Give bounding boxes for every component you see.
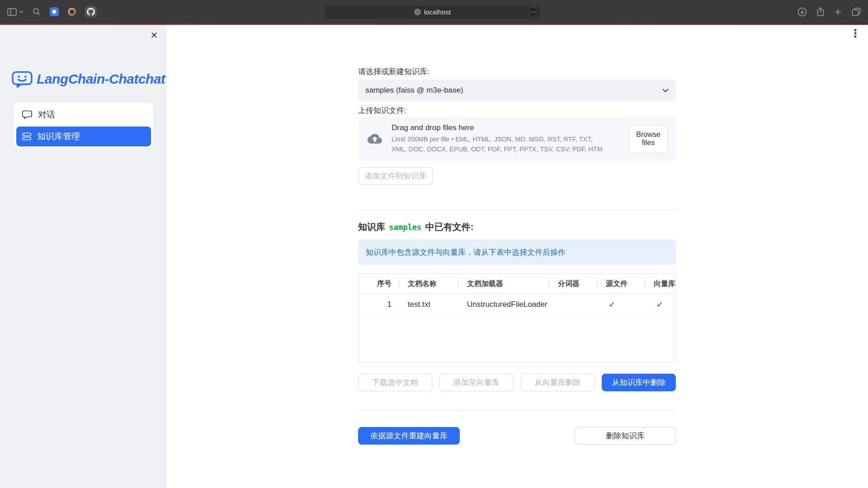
github-extension-icon[interactable]: [85, 6, 97, 18]
share-icon[interactable]: [817, 7, 824, 16]
downloads-icon[interactable]: [797, 7, 807, 17]
file-action-buttons: 下载选中文档 添加至向量库 从向量库删除 从知识库中删除: [358, 374, 676, 391]
sidebar-item-label: 对话: [38, 109, 55, 121]
table-header-row: 序号 文档名称 文档加载器 分词器 源文件 向量库: [359, 274, 675, 294]
table-row[interactable]: 1 test.txt UnstructuredFileLoader ✓ ✓: [359, 294, 675, 315]
divider: [358, 210, 676, 210]
delete-kb-button[interactable]: 删除知识库: [575, 427, 676, 445]
col-header-vector[interactable]: 向量库: [645, 274, 675, 294]
extension-icon-blue[interactable]: [50, 7, 59, 16]
github-icon: [87, 8, 95, 16]
chat-logo-icon: [12, 70, 33, 88]
remove-from-vector-button[interactable]: 从向量库删除: [521, 374, 595, 391]
rebuild-vector-store-button[interactable]: 依据源文件重建向量库: [358, 427, 460, 445]
dropzone-text: Drag and drop files here Limit 200MB per…: [392, 123, 603, 154]
sidebar-item-label: 知识库管理: [37, 131, 80, 142]
sidebar-close-icon[interactable]: ✕: [148, 29, 160, 41]
info-text: 知识库中包含源文件与向量库，请从下表中选择文件后操作: [366, 247, 566, 258]
cell-filename[interactable]: test.txt: [399, 294, 458, 315]
app-menu-icon[interactable]: ⋮: [850, 28, 861, 39]
dropzone-instruction: Drag and drop files here: [392, 123, 603, 132]
col-header-filename[interactable]: 文档名称: [399, 274, 458, 294]
cell-loader[interactable]: UnstructuredFileLoader: [458, 294, 549, 315]
cell-source-check[interactable]: ✓: [597, 294, 645, 315]
tab-overview-icon[interactable]: [852, 8, 861, 16]
kb-selectbox-value: samples (faiss @ m3e-base): [365, 86, 463, 95]
sidebar: ✕ LangChain-Chatchat 对话: [0, 25, 167, 488]
browse-files-button[interactable]: Browse files: [629, 125, 668, 153]
sidebar-item-knowledge-base[interactable]: 知识库管理: [16, 127, 151, 146]
cell-index[interactable]: 1: [359, 294, 399, 315]
database-icon: [22, 132, 31, 141]
info-alert: 知识库中包含源文件与向量库，请从下表中选择文件后操作: [358, 239, 676, 265]
new-tab-icon[interactable]: [834, 8, 842, 16]
app-logo: LangChain-Chatchat: [12, 70, 165, 88]
search-icon[interactable]: [33, 8, 41, 16]
app-logo-text: LangChain-Chatchat: [37, 71, 165, 87]
file-dropzone[interactable]: Drag and drop files here Limit 200MB per…: [358, 117, 676, 160]
kb-files-heading: 知识库 samples 中已有文件:: [358, 221, 676, 233]
delete-from-kb-button[interactable]: 从知识库中删除: [602, 374, 676, 391]
add-files-button[interactable]: 添加文件到知识库: [358, 167, 433, 185]
download-selected-button[interactable]: 下载选中文档: [358, 374, 432, 391]
files-table: 序号 文档名称 文档加载器 分词器 源文件 向量库 1 test.txt Uns…: [358, 273, 676, 363]
sidebar-toggle-icon[interactable]: [7, 8, 24, 16]
chevron-down-icon: [19, 10, 24, 13]
cell-splitter[interactable]: [549, 294, 597, 315]
dropzone-limits: Limit 200MB per file • EML, HTML, JSON, …: [392, 135, 603, 154]
cell-vector-check[interactable]: ✓: [645, 294, 675, 315]
chat-bubble-icon: [22, 110, 32, 119]
kb-selectbox[interactable]: samples (faiss @ m3e-base): [358, 80, 676, 101]
heading-suffix: 中已有文件:: [423, 222, 473, 232]
main-content: 请选择或新建知识库: samples (faiss @ m3e-base) 上传…: [358, 0, 676, 488]
sidebar-item-dialogue[interactable]: 对话: [16, 105, 151, 125]
upload-label: 上传知识文件:: [358, 105, 676, 116]
col-header-splitter[interactable]: 分词器: [549, 274, 597, 294]
add-to-vector-button[interactable]: 添加至向量库: [439, 374, 514, 391]
heading-prefix: 知识库: [358, 222, 388, 232]
divider: [358, 411, 676, 411]
extension-icon-ring[interactable]: [68, 8, 76, 16]
chevron-down-icon: [662, 86, 669, 95]
kb-select-label: 请选择或新建知识库:: [358, 66, 676, 77]
sidebar-nav: 对话 知识库管理: [14, 103, 153, 149]
col-header-index[interactable]: 序号: [359, 274, 399, 294]
cloud-upload-icon: [366, 131, 383, 146]
kb-name-code: samples: [388, 223, 423, 232]
col-header-loader[interactable]: 文档加载器: [458, 274, 549, 294]
col-header-source[interactable]: 源文件: [597, 274, 645, 294]
